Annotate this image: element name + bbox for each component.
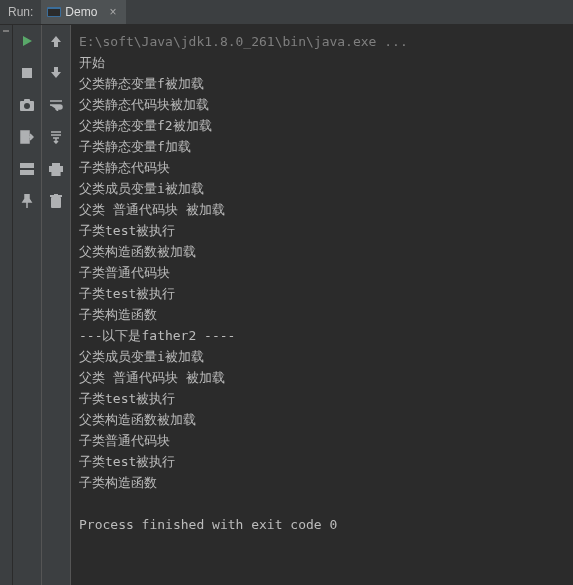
up-arrow-icon[interactable] xyxy=(46,31,66,51)
svg-rect-5 xyxy=(24,99,30,102)
svg-point-6 xyxy=(24,103,30,109)
console-line: 父类 普通代码块 被加载 xyxy=(79,367,565,388)
down-arrow-icon[interactable] xyxy=(46,63,66,83)
rerun-icon[interactable] xyxy=(17,31,37,51)
gutter-dash-icon xyxy=(3,29,9,33)
console-line: 子类静态变量f加载 xyxy=(79,136,565,157)
console-line: ---以下是father2 ---- xyxy=(79,325,565,346)
class-icon xyxy=(47,5,61,19)
console-line: 父类成员变量i被加载 xyxy=(79,178,565,199)
svg-rect-13 xyxy=(51,197,61,208)
console-lines: 开始父类静态变量f被加载父类静态代码块被加载 父类静态变量f2被加载 子类静态变… xyxy=(79,52,565,535)
run-toolbar-right xyxy=(42,25,71,585)
console-line: 父类静态代码块被加载 xyxy=(79,94,565,115)
run-toolbar-left xyxy=(13,25,42,585)
console-line: 子类普通代码块 xyxy=(79,430,565,451)
print-icon[interactable] xyxy=(46,159,66,179)
console-line: 父类静态变量f被加载 xyxy=(79,73,565,94)
tab-label: Demo xyxy=(65,5,97,19)
console-line: 父类构造函数被加载 xyxy=(79,241,565,262)
tool-window-header: Run: Demo × xyxy=(0,0,573,25)
camera-icon[interactable] xyxy=(17,95,37,115)
exit-icon[interactable] xyxy=(17,127,37,147)
run-tab-demo[interactable]: Demo × xyxy=(41,0,126,24)
console-line: 开始 xyxy=(79,52,565,73)
svg-rect-1 xyxy=(48,9,60,16)
soft-wrap-icon[interactable] xyxy=(46,95,66,115)
console-line: 子类test被执行 xyxy=(79,451,565,472)
console-line: 子类普通代码块 xyxy=(79,262,565,283)
console-line: 子类test被执行 xyxy=(79,220,565,241)
console-line: 子类test被执行 xyxy=(79,283,565,304)
layout-icon[interactable] xyxy=(17,159,37,179)
console-line xyxy=(79,493,565,514)
stop-icon[interactable] xyxy=(17,63,37,83)
svg-rect-10 xyxy=(52,163,60,166)
run-label: Run: xyxy=(0,5,41,19)
svg-rect-12 xyxy=(52,171,60,176)
console-command-line: E:\soft\Java\jdk1.8.0_261\bin\java.exe .… xyxy=(79,31,565,52)
console-line: 子类构造函数 xyxy=(79,304,565,325)
console-line: 父类成员变量i被加载 xyxy=(79,346,565,367)
svg-rect-8 xyxy=(20,163,34,168)
svg-rect-14 xyxy=(50,195,62,197)
svg-rect-2 xyxy=(3,30,9,32)
pin-icon[interactable] xyxy=(17,191,37,211)
console-line: 子类test被执行 xyxy=(79,388,565,409)
svg-rect-3 xyxy=(22,68,32,78)
scroll-to-end-icon[interactable] xyxy=(46,127,66,147)
tool-window-stripe xyxy=(0,25,13,585)
console-line: 父类静态变量f2被加载 xyxy=(79,115,565,136)
console-line: 父类 普通代码块 被加载 xyxy=(79,199,565,220)
console-line: Process finished with exit code 0 xyxy=(79,514,565,535)
console-line: 子类静态代码块 xyxy=(79,157,565,178)
trash-icon[interactable] xyxy=(46,191,66,211)
svg-rect-9 xyxy=(20,170,34,175)
svg-rect-15 xyxy=(54,194,58,195)
close-icon[interactable]: × xyxy=(105,5,120,19)
console-line: 父类构造函数被加载 xyxy=(79,409,565,430)
console-line: 子类构造函数 xyxy=(79,472,565,493)
console-output[interactable]: E:\soft\Java\jdk1.8.0_261\bin\java.exe .… xyxy=(71,25,573,585)
